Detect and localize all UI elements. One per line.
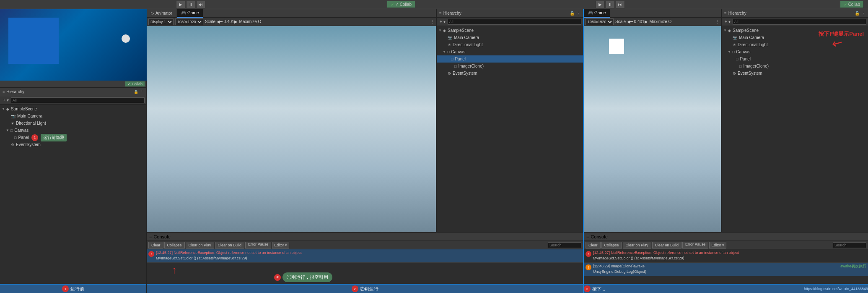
resolution-select[interactable]: 1080x1920: [175, 18, 203, 25]
step-button[interactable]: ⏭: [196, 1, 205, 8]
h2-annotation: 按下F键显示Panel ↙: [819, 30, 864, 52]
panel-visible-white: [609, 39, 624, 54]
clear-on-play-btn-1[interactable]: Clear on Play: [186, 242, 214, 249]
url-link[interactable]: https://blog.csdn.net/weixin_44186849: [804, 287, 868, 291]
main-area: ✓ Collab ≡ Hierarchy 🔒 ⋮ + ▾ ▼ ◆ SampleS…: [0, 9, 868, 293]
console-entries-1: ! [12:45:27] NullReferenceException: Obj…: [147, 249, 583, 284]
collapse-btn-1[interactable]: Collapse: [164, 242, 185, 249]
bottom-bar-left: 1 运行前: [0, 284, 146, 293]
collab-button-left[interactable]: ✓ ✓ Collab: [387, 1, 415, 8]
h1-image-clone[interactable]: □ Image(Clone): [437, 63, 583, 70]
more-options-1[interactable]: ⋮: [430, 19, 434, 24]
game-content-2: [584, 26, 721, 232]
console-entry-error-2[interactable]: ! [12:45:27] NullReferenceException: Obj…: [584, 249, 868, 263]
search-2[interactable]: [733, 19, 866, 25]
game-content-1: [147, 26, 436, 232]
console-search-2[interactable]: [833, 242, 866, 248]
clear-on-build-btn-1[interactable]: Clear on Build: [215, 242, 245, 249]
pause-button[interactable]: ⏸: [186, 1, 195, 8]
add-btn-2[interactable]: + ▾: [723, 19, 732, 24]
h-item-canvas-small[interactable]: ▼ □ Canvas: [0, 127, 146, 134]
awake-annotation: awake初次执行: [840, 264, 866, 269]
hierarchy-icon-1: ≡: [439, 11, 442, 16]
h1-light[interactable]: ☀ Directional Light: [437, 41, 583, 48]
console-entry-awake[interactable]: ! [12:46:29] Image(Clone)awake UnityEngi…: [584, 263, 868, 276]
console-annotation-1: ↑: [172, 265, 177, 275]
h1-canvas[interactable]: ▼ □ Canvas: [437, 48, 583, 55]
hierarchy-icon-2: ≡: [724, 11, 727, 16]
console-toolbar-2: Clear Collapse Clear on Play Clear on Bu…: [584, 241, 868, 249]
game-view-1: ▷ Animator 🎮 Game Display 1 1080x1920: [147, 9, 436, 232]
editor-dropdown-2[interactable]: Editor ▾: [709, 242, 726, 249]
h-item-eventsystem-small[interactable]: ⚙ EventSystem: [0, 141, 146, 148]
play-button-right[interactable]: ▶: [596, 1, 605, 8]
add-button-small[interactable]: + ▾: [2, 98, 10, 102]
top-toolbar: ▶ ⏸ ⏭ ✓ ✓ Collab ▶ ⏸ ⏭ ✓ Collab: [0, 0, 868, 9]
editor-dropdown-1[interactable]: Editor ▾: [272, 242, 289, 249]
error-pause-btn-1[interactable]: Error Pause: [245, 242, 271, 249]
hierarchy-content-small: ▼ ◆ SampleScene 📷 Main Camera ☀ Directio…: [0, 105, 146, 284]
tab-game-1[interactable]: 🎮 Game: [177, 9, 203, 18]
more-icon-1[interactable]: ⋮: [576, 11, 580, 16]
h-item-samplescene-small[interactable]: ▼ ◆ SampleScene: [0, 105, 146, 112]
h-item-light-small[interactable]: ☀ Directional Light: [0, 120, 146, 127]
game-tabs-1: ▷ Animator 🎮 Game: [147, 9, 436, 18]
lock-icon-2: 🔒: [855, 11, 860, 16]
add-btn-1[interactable]: + ▾: [438, 19, 447, 24]
collapse-btn-2[interactable]: Collapse: [601, 242, 622, 249]
error-pause-btn-2[interactable]: Error Pause: [682, 242, 708, 249]
badge-panel-small: 1: [31, 134, 38, 141]
display-select[interactable]: Display 1: [148, 18, 174, 25]
play-button[interactable]: ▶: [176, 1, 185, 8]
h1-maincamera[interactable]: 📷 Main Camera: [437, 34, 583, 41]
game-toolbar-1: Display 1 1080x1920 Scale ◀━ 0.401▶ Maxi…: [147, 18, 436, 26]
h2-eventsystem[interactable]: ⚙ EventSystem: [722, 70, 868, 77]
hierarchy-panel-1: ≡ Hierarchy 🔒 ⋮ + ▾ ▼ ◆ SampleScene ⋮: [436, 9, 583, 232]
error-icon-2: !: [586, 251, 591, 257]
bottom-bar-console-2: 3 按下... https://blog.csdn.net/weixin_441…: [584, 284, 868, 293]
console-search-1[interactable]: [548, 242, 581, 248]
clear-on-build-btn-2[interactable]: Clear on Build: [652, 242, 682, 249]
resolution-select-2[interactable]: 1080x1920: [586, 18, 614, 25]
tooltip-hidden-small: 运行前隐藏: [41, 134, 67, 141]
collab-button-right[interactable]: ✓ Collab: [840, 1, 864, 8]
clear-btn-1[interactable]: Clear: [148, 242, 163, 249]
left-panel: ✓ Collab ≡ Hierarchy 🔒 ⋮ + ▾ ▼ ◆ SampleS…: [0, 9, 147, 293]
hierarchy-small-header: ≡ Hierarchy 🔒 ⋮: [0, 88, 146, 96]
h-item-maincamera-small[interactable]: 📷 Main Camera: [0, 112, 146, 120]
clear-btn-2[interactable]: Clear: [586, 242, 601, 249]
warn-icon-2: !: [586, 264, 591, 270]
h1-eventsystem[interactable]: ⚙ EventSystem: [437, 70, 583, 77]
collab-small[interactable]: ✓ Collab: [125, 81, 145, 86]
console-toolbar-1: Clear Collapse Clear on Play Clear on Bu…: [147, 241, 583, 249]
h2-image-clone[interactable]: □ Image(Clone): [722, 63, 868, 70]
search-input-small[interactable]: [11, 97, 145, 103]
right-sections: 🎮 Game 1080x1920 Scale ◀━ 0.401▶ Maximiz…: [583, 9, 868, 293]
more-samplescene[interactable]: ⋮: [579, 29, 583, 33]
triangle-icon: ▼: [2, 107, 5, 111]
console-entry-error-1[interactable]: ! [12:45:27] NullReferenceException: Obj…: [147, 249, 583, 263]
checkmark-icon: ✓: [391, 2, 394, 7]
more-icon-2[interactable]: ⋮: [861, 11, 865, 16]
hierarchy-small-toolbar: + ▾: [0, 96, 146, 105]
hierarchy-panel-2: ≡ Hierarchy 🔒 ⋮ + ▾ ▼ ◆ SampleScene: [721, 9, 868, 232]
right-top: 🎮 Game 1080x1920 Scale ◀━ 0.401▶ Maximiz…: [584, 9, 868, 232]
more-options-2[interactable]: ⋮: [715, 19, 719, 24]
step-button-right[interactable]: ⏭: [616, 1, 625, 8]
center-sections: ▷ Animator 🎮 Game Display 1 1080x1920: [147, 9, 583, 293]
game-toolbar-2: 1080x1920 Scale ◀━ 0.401▶ Maximize O ⋮: [584, 18, 721, 26]
pause-button-right[interactable]: ⏸: [606, 1, 615, 8]
tab-game-2[interactable]: 🎮 Game: [584, 9, 610, 18]
bottom-badge-1: 1: [62, 285, 69, 292]
search-1[interactable]: [448, 19, 581, 25]
lock-icon-1: 🔒: [570, 11, 575, 16]
h1-samplescene[interactable]: ▼ ◆ SampleScene ⋮: [437, 27, 583, 34]
clear-on-play-btn-2[interactable]: Clear on Play: [623, 242, 651, 249]
game-preview-small: [0, 9, 147, 81]
h-item-panel-small[interactable]: □ Panel 1 运行前隐藏: [0, 134, 146, 141]
tab-animator[interactable]: ▷ Animator: [147, 9, 177, 18]
game-tabs-2: 🎮 Game: [584, 9, 721, 18]
hierarchy-header-2: ≡ Hierarchy 🔒 ⋮: [722, 9, 868, 18]
h1-panel[interactable]: □ Panel ←: [437, 55, 583, 63]
hierarchy-toolbar-2: + ▾: [722, 18, 868, 26]
